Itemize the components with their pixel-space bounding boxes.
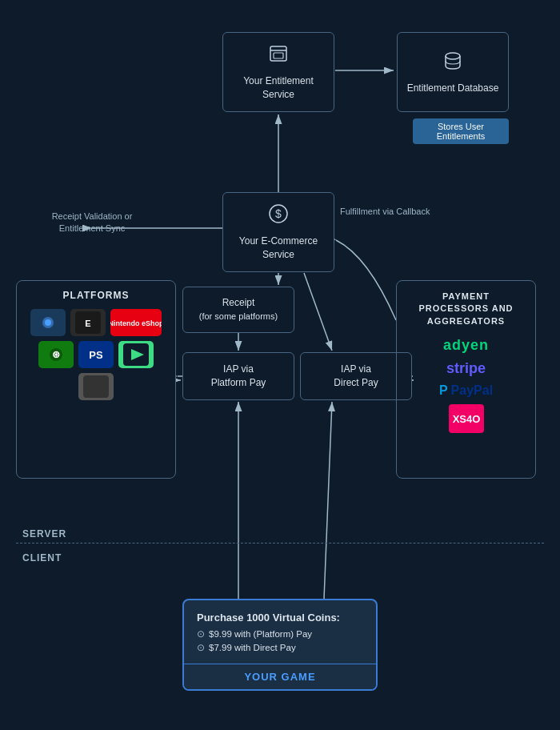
entitlement-service-box: Your Entitlement Service [222, 32, 334, 112]
entitlement-db-icon [442, 50, 464, 77]
platforms-title: PLATFORMS [63, 290, 130, 301]
entitlement-db-box: Entitlement Database [397, 32, 509, 112]
svg-text:E: E [85, 319, 90, 328]
stores-badge: Stores User Entitlements [413, 118, 509, 144]
svg-rect-33 [83, 375, 109, 398]
ecommerce-box: $ Your E-Commerce Service [222, 192, 334, 272]
iap-direct-label: IAP viaDirect Pay [334, 363, 378, 390]
game-box: Purchase 1000 Virtual Coins: ⊙ $9.99 wit… [182, 599, 378, 691]
payment-title: PAYMENTPROCESSORS ANDAGGREGATORS [418, 291, 513, 327]
platform-logos: E Nintendo eShop ⊛ PS [22, 309, 170, 400]
svg-text:PS: PS [89, 349, 103, 361]
logo-epic: E [70, 309, 106, 336]
receipt-box: Receipt(for some platforms) [182, 287, 294, 333]
svg-rect-15 [274, 53, 283, 58]
client-label: CLIENT [22, 552, 62, 564]
svg-text:Nintendo eShop: Nintendo eShop [110, 319, 162, 327]
entitlement-service-icon [267, 42, 290, 70]
payment-box: PAYMENTPROCESSORS ANDAGGREGATORS adyen s… [396, 280, 536, 479]
svg-line-6 [304, 273, 332, 351]
platforms-inner: PLATFORMS E Nintendo eShop ⊛ PS [16, 280, 176, 479]
logo-ps: PS [78, 341, 114, 368]
svg-text:⊛: ⊛ [52, 349, 60, 360]
game-option1: ⊙ $9.99 with (Platform) Pay [197, 628, 363, 640]
logo-adyen: adyen [443, 337, 489, 354]
game-footer: YOUR GAME [184, 664, 376, 689]
entitlement-service-label: Your Entitlement Service [230, 74, 327, 102]
svg-text:XS4O: XS4O [452, 413, 480, 425]
logo-stripe: stripe [446, 360, 486, 377]
logo-nintendo: Nintendo eShop [110, 309, 162, 336]
logo-xbox: ⊛ [38, 341, 74, 368]
diagram-container: Your Entitlement Service Entitlement Dat… [0, 0, 560, 730]
iap-direct-box: IAP viaDirect Pay [300, 352, 412, 400]
logo-steam [30, 309, 66, 336]
logo-paypal: PPayPal [439, 383, 493, 398]
logo-google-play [118, 341, 154, 368]
logo-xsolla: XS4O [449, 404, 484, 435]
receipt-label: Receipt(for some platforms) [199, 296, 278, 323]
logo-apple [78, 373, 114, 400]
server-client-divider [16, 543, 544, 543]
game-content: Purchase 1000 Virtual Coins: ⊙ $9.99 wit… [184, 600, 376, 664]
iap-platform-box: IAP viaIAP via Platform PayPlatform Pay [182, 352, 294, 400]
entitlement-db-label: Entitlement Database [407, 82, 499, 95]
game-purchase-title: Purchase 1000 Virtual Coins: [197, 612, 363, 624]
svg-line-12 [324, 402, 332, 599]
ecommerce-icon: $ [267, 203, 290, 230]
server-label: SERVER [22, 528, 66, 539]
game-option2: ⊙ $7.99 with Direct Pay [197, 642, 363, 653]
fulfillment-callback-label: Fulfillment via Callback [340, 207, 444, 216]
svg-point-21 [45, 319, 51, 326]
svg-text:$: $ [275, 207, 282, 220]
svg-point-16 [446, 53, 460, 59]
receipt-validation-label: Receipt Validation or Entitlement Sync [44, 211, 140, 235]
ecommerce-label: Your E-Commerce Service [230, 235, 327, 262]
iap-platform-label: IAP viaIAP via Platform PayPlatform Pay [211, 363, 266, 390]
